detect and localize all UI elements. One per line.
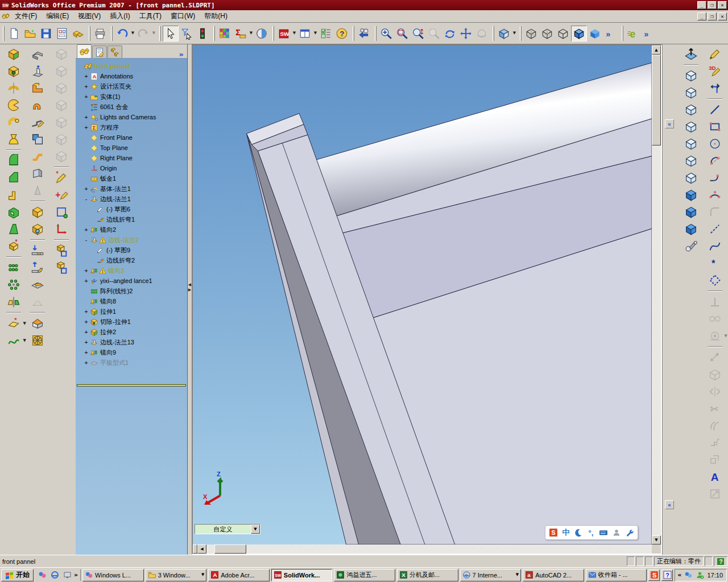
menu-item-0[interactable]: 文件(F) [10, 10, 42, 22]
3-point-arc-button[interactable] [706, 186, 723, 203]
top-view-button[interactable] [682, 135, 700, 152]
tree-item-6[interactable]: +Σ方程序 [76, 122, 187, 132]
point-button[interactable]: * [706, 255, 723, 272]
toolbar-grip[interactable] [111, 26, 113, 41]
status-help[interactable]: ? [714, 556, 727, 566]
select-partial-button[interactable] [706, 272, 723, 289]
tree-expander-icon[interactable]: + [83, 124, 89, 131]
break-corner-button[interactable] [29, 165, 46, 182]
tree-item-17[interactable]: -↑!边线-法兰2 [76, 235, 187, 245]
tree-item-9[interactable]: Right Plane [76, 153, 187, 163]
task-button-1[interactable]: 3 Window...▼ [146, 569, 207, 581]
modify-sketch-rotate-button[interactable] [706, 80, 723, 97]
tree-expander-icon[interactable]: - [83, 196, 89, 202]
tree-expander-icon[interactable]: + [83, 278, 89, 284]
sketch-text-button[interactable]: A [706, 468, 723, 485]
zoom-in-out-button[interactable] [410, 26, 426, 41]
doc-minimize-button[interactable]: _ [697, 13, 706, 20]
sketch-tool-button[interactable]: * [53, 169, 70, 186]
toolbar-grip[interactable] [353, 26, 354, 41]
tree-item-21[interactable]: +yixi--angled lance1 [76, 276, 187, 286]
make-drawing-from-part-button[interactable] [54, 26, 70, 41]
task-button-3[interactable]: SWSolidWork... [271, 569, 333, 581]
view-orientation-combo[interactable]: 自定义 ▼ [195, 524, 260, 534]
menu-item-3[interactable]: 插入(I) [105, 10, 134, 22]
jog-button[interactable] [29, 148, 46, 165]
tree-item-3[interactable]: +实体(1) [76, 92, 187, 102]
scroll-up-icon[interactable]: ▲ [652, 45, 661, 55]
propertymanager-tab[interactable] [92, 45, 107, 58]
soft-keyboard-icon[interactable] [599, 527, 608, 538]
print-button[interactable] [92, 26, 108, 41]
splitter-arrows-icon[interactable]: ◀▶ [188, 283, 192, 292]
vertical-scrollbar[interactable]: ▲ ▼ [652, 45, 661, 544]
chamfer-button[interactable] [5, 169, 22, 186]
rotate-view-button[interactable] [442, 26, 458, 41]
task-button-6[interactable]: e7 Interne...▼ [460, 569, 522, 581]
tree-item-15[interactable]: 边线折弯1 [76, 214, 187, 225]
coordinate-system-button[interactable] [53, 221, 70, 238]
doc-close-button[interactable]: × [718, 13, 727, 20]
tree-item-19[interactable]: 边线折弯2 [76, 255, 187, 265]
make-assembly-from-part-button[interactable] [70, 26, 86, 41]
menu-item-1[interactable]: 编辑(E) [42, 10, 73, 22]
fold-button[interactable] [29, 259, 46, 276]
task-dropdown-icon[interactable]: ▼ [516, 573, 519, 577]
tree-item-27[interactable]: +↑边线-法兰13 [76, 337, 187, 347]
sketch-button[interactable] [706, 45, 723, 63]
tree-item-2[interactable]: +设计活页夹 [76, 81, 187, 92]
tree-item-24[interactable]: +拉伸1 [76, 306, 187, 317]
isometric-view-button[interactable] [682, 169, 700, 186]
3d-content-central-button[interactable]: SW [276, 26, 292, 41]
appearance-button[interactable] [254, 26, 270, 41]
tree-expander-icon[interactable]: + [83, 268, 89, 274]
task-button-4[interactable]: 鸿益进五... [334, 569, 395, 581]
open-button[interactable] [22, 26, 38, 41]
mirror-feature-button[interactable] [5, 293, 22, 310]
revolved-boss-button[interactable] [5, 80, 22, 97]
shaded-button[interactable] [587, 26, 603, 41]
tree-item-18[interactable]: (-) 草图9 [76, 245, 187, 255]
3d-content-central-dropdown-icon[interactable]: ▼ [292, 26, 297, 41]
tree-item-29[interactable]: +平板型式1 [76, 357, 187, 368]
welded-corner-button[interactable] [29, 315, 46, 332]
minimize-button[interactable]: _ [697, 1, 706, 9]
save-button[interactable] [38, 26, 54, 41]
grid-settings-button[interactable] [53, 203, 70, 221]
sketched-bend-button[interactable] [29, 114, 46, 131]
undo-button[interactable] [114, 26, 130, 41]
tree-item-22[interactable]: 阵列(线性)2 [76, 286, 187, 296]
left-view-button[interactable] [682, 101, 700, 118]
toolbar-overflow-2-button[interactable]: » [641, 26, 657, 41]
tree-item-10[interactable]: Origin [76, 163, 187, 173]
isolate-body-2-button[interactable] [53, 259, 70, 276]
fillet-button[interactable] [5, 152, 22, 169]
zoom-to-area-button[interactable] [394, 26, 410, 41]
panel-overflow-icon[interactable]: » [177, 51, 186, 58]
doc-restore-button[interactable]: ❐ [708, 13, 717, 20]
restore-button[interactable]: ❐ [708, 1, 717, 9]
shell-button[interactable] [5, 203, 22, 221]
scroll-down-icon[interactable]: ▼ [652, 535, 661, 544]
trimetric-view-button[interactable] [682, 186, 700, 203]
base-flange-button[interactable] [29, 45, 46, 63]
tree-item-14[interactable]: (-) 草图6 [76, 204, 187, 214]
tree-expander-icon[interactable]: - [83, 237, 89, 243]
tree-item-1[interactable]: +AAnnotations [76, 71, 187, 81]
normal-to-button[interactable] [682, 45, 700, 63]
pan-button[interactable] [458, 26, 474, 41]
standard-views-dropdown-icon[interactable]: ▼ [512, 26, 517, 41]
clock[interactable]: 17:10 [707, 572, 723, 579]
toolbar-grip[interactable] [3, 26, 5, 41]
hscroll-thumb[interactable] [214, 544, 246, 554]
previous-view-button[interactable] [356, 26, 372, 41]
rollback-bar[interactable] [77, 384, 186, 386]
extruded-boss-button[interactable] [5, 45, 22, 63]
horizontal-scrollbar[interactable]: ◀ [193, 544, 652, 554]
back-view-button[interactable] [682, 84, 700, 101]
flatten-button[interactable] [29, 276, 46, 293]
circular-pattern-button[interactable] [5, 276, 22, 293]
configurationmanager-tab[interactable] [107, 45, 122, 58]
reference-geometry-button[interactable]: *▼ [5, 315, 22, 332]
close-button[interactable]: × [718, 1, 727, 9]
